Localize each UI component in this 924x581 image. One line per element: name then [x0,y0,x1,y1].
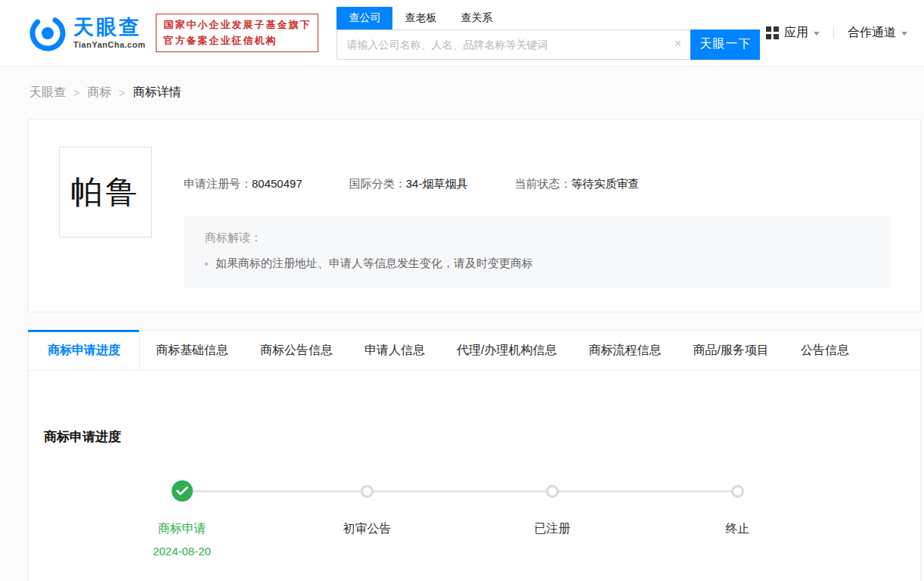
grid-icon [766,26,779,39]
nav-apps[interactable]: 应用 [766,25,820,41]
field-value: 等待实质审查 [571,177,639,190]
timeline-step: 终止 [645,480,830,558]
tab-agency-info[interactable]: 代理/办理机构信息 [441,331,572,370]
search-bar: × 天眼一下 [336,30,760,60]
breadcrumb-separator: > [73,87,79,99]
step-date: 2024-08-20 [153,545,211,558]
nav-apps-label: 应用 [784,25,808,41]
tab-announcement-info[interactable]: 商标公告信息 [244,331,349,370]
bullet-dot [205,263,208,266]
trademark-info: 申请注册号：80450497 国际分类：34-烟草烟具 当前状态：等待实质审查 … [184,147,890,287]
field-label: 国际分类： [349,177,406,190]
nav-divider [833,27,834,39]
check-icon [176,486,188,496]
search-tabs: 查公司 查老板 查关系 [336,7,760,30]
interpretation-box: 商标解读： 如果商标的注册地址、申请人等信息发生变化，请及时变更商标 [184,216,890,287]
search-input[interactable] [336,30,690,60]
step-pending-dot [361,485,374,498]
field-registration-number: 申请注册号：80450497 [184,177,302,191]
field-international-class: 国际分类：34-烟草烟具 [349,177,468,191]
breadcrumb-current: 商标详情 [132,85,181,101]
nav-partner-label: 合作通道 [848,25,896,41]
interpretation-text: 如果商标的注册地址、申请人等信息发生变化，请及时变更商标 [215,256,533,271]
step-marker [546,480,559,502]
trademark-image[interactable]: 帕鲁 [59,147,152,238]
tab-basic-info[interactable]: 商标基础信息 [140,331,244,370]
chevron-down-icon [814,32,820,36]
chevron-down-icon [901,32,907,36]
field-value: 34-烟草烟具 [406,177,468,190]
detail-tabs: 商标申请进度 商标基础信息 商标公告信息 申请人信息 代理/办理机构信息 商标流… [28,330,921,371]
progress-panel: 商标申请进度 商标申请 2024-08-20 初审公告 [28,371,921,581]
step-label: 终止 [726,521,750,537]
breadcrumb-separator: > [119,87,125,99]
tianyancha-logo-icon [28,14,67,53]
breadcrumb: 天眼查 > 商标 > 商标详情 [0,67,924,119]
badge-line-2: 官方备案企业征信机构 [163,33,311,48]
breadcrumb-trademark[interactable]: 商标 [87,85,111,101]
logo-subtitle: TianYanCha.com [73,40,145,49]
step-marker [731,480,744,502]
search-tab-relation[interactable]: 查关系 [448,7,504,30]
timeline-step: 商标申请 2024-08-20 [89,480,274,558]
trademark-fields: 申请注册号：80450497 国际分类：34-烟草烟具 当前状态：等待实质审查 [184,177,890,191]
timeline-step: 初审公告 [274,480,460,558]
tab-goods-services[interactable]: 商品/服务项目 [677,331,784,370]
tab-flow-info[interactable]: 商标流程信息 [572,331,677,370]
search-input-wrap: × [336,30,690,60]
search-area: 查公司 查老板 查关系 × 天眼一下 [336,7,760,60]
interpretation-item: 如果商标的注册地址、申请人等信息发生变化，请及时变更商标 [205,256,869,271]
search-tab-company[interactable]: 查公司 [336,7,392,30]
logo-title: 天眼查 [73,17,145,38]
step-pending-dot [731,485,744,498]
certification-badge: 国家中小企业发展子基金旗下 官方备案企业征信机构 [156,14,318,51]
field-label: 当前状态： [514,177,571,190]
site-header: 天眼查 TianYanCha.com 国家中小企业发展子基金旗下 官方备案企业征… [0,0,924,67]
progress-timeline: 商标申请 2024-08-20 初审公告 已注册 终止 [89,480,830,558]
nav-partner[interactable]: 合作通道 [848,25,907,41]
tab-gazette-info[interactable]: 公告信息 [785,331,865,370]
clear-icon[interactable]: × [674,37,682,51]
tab-applicant-info[interactable]: 申请人信息 [349,331,441,370]
step-marker [361,480,374,502]
header-nav: 应用 合作通道 [766,25,907,41]
field-value: 80450497 [252,177,302,190]
timeline-steps: 商标申请 2024-08-20 初审公告 已注册 终止 [89,480,830,558]
field-label: 申请注册号： [184,177,252,190]
search-tab-boss[interactable]: 查老板 [392,7,448,30]
field-current-status: 当前状态：等待实质审查 [514,177,639,191]
section-title: 商标申请进度 [29,371,920,446]
step-done-icon [172,480,193,502]
step-label: 商标申请 [158,521,206,537]
step-marker [172,480,193,502]
timeline-step: 已注册 [460,480,645,558]
breadcrumb-home[interactable]: 天眼查 [29,85,66,101]
step-label: 已注册 [535,521,571,537]
trademark-summary-card: 帕鲁 申请注册号：80450497 国际分类：34-烟草烟具 当前状态：等待实质… [28,119,921,312]
search-button[interactable]: 天眼一下 [690,30,760,60]
badge-line-1: 国家中小企业发展子基金旗下 [163,17,311,33]
logo[interactable]: 天眼查 TianYanCha.com [28,14,145,53]
step-pending-dot [546,485,559,498]
interpretation-title: 商标解读： [205,231,869,245]
step-label: 初审公告 [343,521,392,537]
logo-text: 天眼查 TianYanCha.com [73,17,145,49]
tab-progress[interactable]: 商标申请进度 [29,331,140,370]
